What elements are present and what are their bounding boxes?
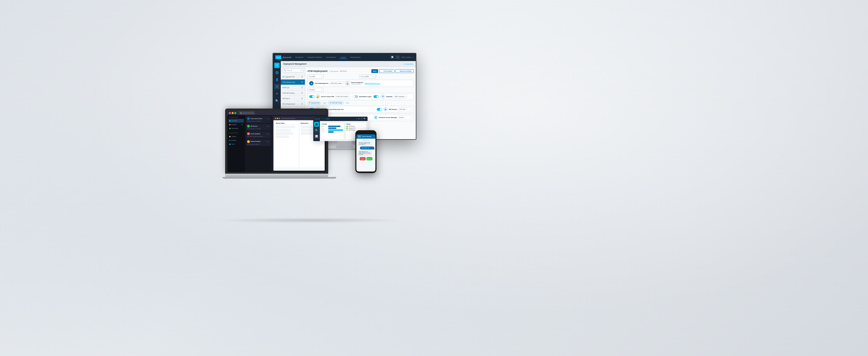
chat-icon-btn[interactable]: 💬 bbox=[390, 55, 394, 59]
deny-button[interactable]: Deny bbox=[360, 157, 366, 160]
sidebar-item-users[interactable]: Users bbox=[228, 142, 244, 146]
view-link-2[interactable]: View bbox=[346, 102, 349, 103]
feed-item-2[interactable]: ISE Posture 5m ago Policy updated succes… bbox=[246, 124, 271, 130]
nav-user-label[interactable]: Cisco | Admin bbox=[401, 56, 411, 58]
full-installer-button[interactable]: ↓ ↓ Full Installer bbox=[379, 69, 394, 73]
vpn-toggle[interactable] bbox=[309, 95, 315, 98]
sidebar-item-automation[interactable]: Automation bbox=[228, 126, 244, 130]
url-bar[interactable]: 🔒 securex.cisco.com bbox=[239, 111, 255, 115]
edit-name-link[interactable]: ✎ Edit Name bbox=[329, 70, 339, 72]
sidebar-item-overview[interactable]: Overview bbox=[228, 119, 244, 123]
delete-icon[interactable]: 🗑 bbox=[301, 81, 303, 83]
plus-icon-btn[interactable]: + bbox=[355, 118, 357, 120]
feed-item-body: Deployment sync completed bbox=[247, 120, 270, 122]
delete-icon[interactable]: 🗑 bbox=[301, 97, 303, 99]
search-icon-btn[interactable]: 🔍 bbox=[364, 118, 366, 120]
dw-panel-1: Secure Client bbox=[275, 121, 299, 168]
delete-link[interactable]: 🗑 Delete bbox=[340, 70, 347, 72]
window-close-dot[interactable] bbox=[275, 118, 276, 119]
sec-icon-chart[interactable]: 📊 bbox=[314, 134, 319, 139]
window-expand-dot[interactable] bbox=[279, 118, 280, 119]
replace-bootstrap-link[interactable]: Replace Bootstrap Profile bbox=[365, 83, 380, 84]
sidebar-icon-settings[interactable]: ⚙ bbox=[274, 84, 280, 89]
chip-remove-icon[interactable]: ✕ bbox=[309, 102, 311, 104]
version-select-2[interactable]: 6.0.1.21083 ▾ bbox=[360, 75, 376, 79]
sec-icon-home[interactable]: ⬛ bbox=[314, 122, 319, 127]
search-clear-icon[interactable]: ✕ bbox=[300, 69, 302, 71]
list-icon-btn[interactable]: ☰ bbox=[361, 118, 362, 120]
sidebar-icon-network[interactable]: 🌐 bbox=[274, 70, 280, 75]
umbrella-toggle[interactable] bbox=[373, 95, 379, 98]
cloud-management-config-select[interactable]: ATW-CM-Config ▾ bbox=[330, 81, 344, 85]
feed-item-4[interactable]: Network Installer 1h ago Bootstrap profi… bbox=[246, 139, 271, 146]
sidebar-icon-shield[interactable]: 🛡 bbox=[274, 63, 280, 68]
list-item-pgc-deployment[interactable]: PGC-Deployment 🗑 bbox=[281, 101, 305, 107]
panel-header: Deployment Management + Create New bbox=[281, 61, 416, 67]
nav-integration-modules[interactable]: Integration Modules bbox=[307, 56, 323, 59]
sidebar-item-threats[interactable]: Threats bbox=[228, 135, 244, 138]
sec-nav-orbital[interactable]: Orbital bbox=[326, 118, 330, 120]
vpn-config-select[interactable]: ATW-CEF-Profile ▾ bbox=[335, 95, 350, 98]
approve-button[interactable]: Approve bbox=[367, 157, 372, 160]
delete-icon[interactable]: 🗑 bbox=[301, 92, 303, 94]
umbrella-config-select[interactable]: SBG-Umbrella ▾ bbox=[394, 95, 407, 98]
delete-icon[interactable]: 🗑 bbox=[301, 86, 303, 89]
sidebar-item-incidents[interactable]: Incidents 3 bbox=[228, 123, 244, 126]
list-item-atw-npi-deploy[interactable]: ATW-NPI-Deploy 🗑 bbox=[281, 90, 305, 96]
delete-icon[interactable]: 🗑 bbox=[301, 102, 303, 105]
cisco-logo-text: CISCO bbox=[276, 57, 280, 58]
sidebar-item-label: Users bbox=[231, 143, 235, 145]
sidebar-icon-eye[interactable]: 👁 bbox=[274, 91, 280, 96]
cloud-management-icon: ☁ bbox=[309, 81, 314, 86]
sec-nav-securex[interactable]: SecureX bbox=[315, 118, 320, 120]
nav-insights[interactable]: Insights bbox=[339, 56, 347, 59]
search-input-text[interactable]: Search bbox=[287, 70, 292, 71]
list-item-atw-deployment[interactable]: ATW-Deployment 🗑 bbox=[281, 80, 305, 85]
dot-icon bbox=[229, 144, 230, 145]
dot-icon bbox=[229, 120, 230, 122]
sidebar-item-devices[interactable]: Devices bbox=[228, 138, 244, 142]
laptop-content: Dashboards Overview Incidents 3 Au bbox=[227, 115, 326, 172]
help-icon-btn[interactable]: ? bbox=[396, 55, 400, 59]
start-before-logon-toggle[interactable] bbox=[352, 95, 358, 98]
nav-orchestration[interactable]: Orchestration bbox=[325, 56, 337, 59]
ise-posture-toggle[interactable] bbox=[377, 108, 382, 111]
view-link-1[interactable]: View bbox=[323, 102, 326, 103]
dw-panel-title: Secure Client bbox=[276, 122, 298, 125]
grid-icon-btn[interactable]: ⊞ bbox=[358, 118, 360, 120]
nav-administration[interactable]: Administration bbox=[349, 56, 362, 59]
list-item-ac-upgrade[interactable]: AC Upgrade Test 🗑 bbox=[281, 74, 305, 80]
window-minimize-dot[interactable] bbox=[277, 118, 278, 119]
feed-item-1[interactable]: Cisco Secure Client 2m ago Deployment sy… bbox=[246, 116, 271, 123]
chip-remove-icon[interactable]: ✕ bbox=[330, 102, 331, 104]
feed-item-3[interactable]: Secure Endpoint 12m ago New threat detec… bbox=[246, 131, 271, 138]
window-maximize-button[interactable] bbox=[235, 112, 236, 114]
lock-icon: 🔒 bbox=[240, 112, 242, 114]
chevron-down-icon: ▾ bbox=[405, 96, 406, 97]
window-close-button[interactable] bbox=[229, 112, 231, 114]
list-item-atw-lab[interactable]: ATW-Lab 🗑 bbox=[281, 85, 305, 90]
create-new-button[interactable]: + Create New bbox=[403, 63, 413, 65]
sidebar-icon-search[interactable]: 🔍 bbox=[274, 98, 280, 103]
version-select-1[interactable]: 1.0.1.389 ▾ bbox=[307, 75, 323, 79]
atw-production-label: ATW-Production bbox=[351, 83, 363, 85]
download-icon: ↓ bbox=[381, 70, 382, 72]
save-button[interactable]: Save bbox=[371, 69, 378, 73]
delete-icon[interactable]: 🗑 bbox=[301, 76, 303, 78]
search-icon: 🔍 bbox=[284, 69, 286, 71]
version-select-3[interactable]: 5.0.529.0 ▾ bbox=[307, 88, 323, 92]
window-minimize-button[interactable] bbox=[231, 112, 234, 114]
profile-config-select[interactable]: Profile ▾ bbox=[398, 116, 412, 119]
dw-data-row bbox=[301, 129, 315, 131]
feed-item-time: 12m ago bbox=[265, 133, 270, 135]
umbrella-label: Umbrella bbox=[386, 96, 393, 97]
list-item-label: ATW-Lab bbox=[282, 87, 301, 88]
network-installer-button[interactable]: ↓ ↓ Network Installer bbox=[396, 69, 414, 73]
list-item-npi-dep[interactable]: NPI-Dep-1 🗑 bbox=[281, 96, 305, 101]
nav-dashboard[interactable]: Dashboard bbox=[294, 56, 304, 59]
ise-config-select[interactable]: ATW-ISE ▾ bbox=[398, 108, 412, 111]
sidebar-icon-users[interactable]: 👤 bbox=[274, 77, 280, 82]
status-row: Endpoint OK bbox=[346, 127, 365, 129]
sec-icon-search[interactable]: 🔍 bbox=[314, 128, 319, 133]
phone-topbar: C Cisco Secure bbox=[356, 134, 375, 139]
